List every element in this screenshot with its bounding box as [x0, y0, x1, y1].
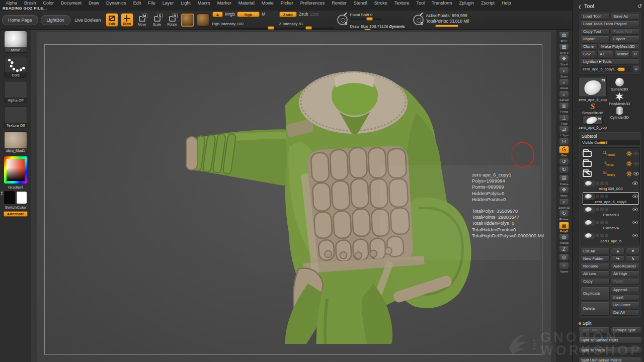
m-button[interactable]: M: [262, 12, 265, 17]
copy-tool-button[interactable]: Copy Tool: [581, 28, 610, 35]
subtool-folder-body[interactable]: 34body: [583, 169, 639, 178]
stroke-dial-icon[interactable]: S: [337, 15, 348, 25]
switch-color-button[interactable]: SwitchColor: [5, 205, 27, 210]
load-tools-from-project-button[interactable]: Load Tools From Project: [581, 21, 640, 27]
active-tool-thumbnail[interactable]: 79: [579, 77, 607, 97]
gear-icon[interactable]: [626, 169, 632, 178]
solo-button[interactable]: Z: [557, 245, 571, 253]
paste-button[interactable]: Paste: [611, 278, 640, 285]
points-dial-icon[interactable]: D: [413, 15, 424, 25]
gear-icon[interactable]: [626, 149, 632, 158]
focal-shift-slider[interactable]: Focal Shift 0: [350, 9, 411, 20]
material-thumbnail-selected[interactable]: [181, 14, 194, 27]
perspective-button[interactable]: ≣Persp: [557, 102, 571, 113]
slider-r-button[interactable]: R: [632, 66, 640, 72]
split-unmasked-points-button[interactable]: Split Unmasked Points: [579, 357, 642, 362]
zoom-magnifier-button[interactable]: ⌕Zoom: [557, 67, 571, 78]
delete-button[interactable]: Delete: [581, 302, 610, 316]
aahalf-button[interactable]: ⌕AAHalf: [557, 90, 571, 102]
menu-preferences[interactable]: Preferences: [297, 1, 329, 6]
subtool-item-extract10[interactable]: Extract10: [583, 205, 639, 218]
color-a-button[interactable]: A: [212, 12, 223, 17]
eye-visibility-icon[interactable]: [633, 152, 639, 155]
subtool-down-button[interactable]: ▼: [626, 248, 640, 254]
home-page-button[interactable]: Home Page: [2, 15, 38, 25]
lightbox-button[interactable]: LightBox: [41, 15, 70, 25]
xpose-button[interactable]: ⁘Xpose: [557, 262, 571, 273]
menu-color[interactable]: Color: [40, 1, 58, 6]
subtool-item-zero-ape-6-copy1[interactable]: zero_ape_6_copy1: [583, 192, 639, 205]
subtool-header[interactable]: Subtool: [581, 133, 640, 139]
edit-mode-button[interactable]: Edit: [106, 13, 118, 27]
history-redo-button[interactable]: ↻: [557, 166, 571, 173]
subtool-item-wing-009-003[interactable]: wing 009_003: [583, 179, 639, 192]
rotate-mode-button[interactable]: R Rotate: [166, 13, 179, 27]
menu-texture[interactable]: Texture: [391, 1, 413, 6]
tray-slot-texture-off[interactable]: Texture Off: [4, 106, 27, 128]
tray-slot-dots[interactable]: Dots: [4, 56, 27, 78]
sv-square[interactable]: [7, 159, 25, 181]
load-tool-button[interactable]: Load Tool: [581, 13, 610, 20]
transparency-button[interactable]: ◍Transp: [557, 233, 571, 244]
menu-draw[interactable]: Draw: [85, 1, 103, 6]
draw-mode-button[interactable]: Draw: [121, 13, 133, 27]
lightbox-tools-button[interactable]: Lightbox►Tools: [581, 58, 640, 65]
autoreorder-button[interactable]: AutoReorder: [611, 263, 640, 269]
fold-arrow-button-2[interactable]: ↳: [626, 255, 640, 262]
menu-light[interactable]: Light: [177, 1, 194, 6]
scale-mode-button[interactable]: S Scale: [151, 13, 164, 27]
actual-size-button[interactable]: ⌕Actual: [557, 78, 571, 89]
tray-resize-handle[interactable]: ▲▼: [0, 191, 4, 196]
menu-movie[interactable]: Movie: [258, 1, 277, 6]
menu-stencil[interactable]: Stencil: [350, 1, 371, 6]
move-hand-button[interactable]: ✥Move: [557, 186, 571, 197]
split-to-similar-parts-button[interactable]: Split To Similar Parts: [579, 337, 642, 343]
groups-split-button[interactable]: Groups Split: [611, 327, 642, 333]
cylinder3d-icon[interactable]: [616, 107, 623, 115]
polymesh3d-star-icon[interactable]: [615, 92, 624, 101]
eye-visibility-icon[interactable]: [633, 162, 639, 165]
color-picker[interactable]: [4, 156, 27, 184]
menu-tool[interactable]: Tool: [413, 1, 428, 6]
clone-button[interactable]: Clone: [581, 43, 598, 50]
menu-transform[interactable]: Transform: [428, 1, 456, 6]
main-color-swatch[interactable]: [4, 191, 15, 204]
visible-count-slider[interactable]: Visible Count 8: [581, 140, 640, 145]
panel-reset-icon[interactable]: ↺: [637, 3, 642, 10]
material-thumbnail[interactable]: [197, 14, 210, 27]
eye-visibility-icon[interactable]: [632, 182, 638, 185]
menu-zscript[interactable]: Zscript: [477, 1, 498, 6]
goz-button[interactable]: GGoz: [557, 146, 571, 157]
move-mode-button[interactable]: M Move: [136, 13, 148, 27]
subtool-folder-legs[interactable]: 6legs: [583, 159, 639, 168]
spotlight-button[interactable]: ◎: [557, 253, 571, 261]
menu-macro[interactable]: Macro: [194, 1, 214, 6]
save-as-button[interactable]: Save As: [611, 13, 640, 20]
floor-grid-button[interactable]: ⊥Floor: [557, 114, 571, 125]
append-button[interactable]: Append: [611, 287, 640, 293]
goz-button[interactable]: GoZ: [581, 51, 596, 57]
menu-stroke[interactable]: Stroke: [371, 1, 391, 6]
alternate-button[interactable]: Alternate: [4, 211, 28, 217]
del-other-button[interactable]: Del Other: [611, 302, 640, 308]
split-header[interactable]: Split: [583, 321, 592, 326]
local-symmetry-button[interactable]: ⇄L.Sym: [557, 126, 571, 137]
new-folder-button[interactable]: New Folder: [581, 255, 610, 262]
scroll-hand-button[interactable]: ✥Scroll: [557, 55, 571, 66]
list-all-button[interactable]: List All: [581, 248, 610, 254]
menu-render[interactable]: Render: [328, 1, 350, 6]
import-button[interactable]: Import: [581, 36, 610, 42]
menu-marker[interactable]: Marker: [214, 1, 235, 6]
zsub-button[interactable]: Zsub: [299, 12, 308, 17]
goz-visible-button[interactable]: Visible: [614, 51, 630, 57]
secondary-color-swatch[interactable]: [16, 191, 27, 204]
subtool-up-button[interactable]: ▲: [611, 248, 625, 254]
menu-file[interactable]: File: [144, 1, 159, 6]
frame-button[interactable]: ⊞Frame: [557, 174, 571, 186]
subtool-item-zero-ape-6[interactable]: ZerO_ape_6: [583, 231, 639, 244]
gradient-label[interactable]: Gradient: [8, 185, 24, 190]
panel-back-icon[interactable]: ‹: [579, 1, 581, 12]
goz-r-button[interactable]: R: [631, 51, 640, 57]
simplebrush-icon[interactable]: S: [591, 103, 595, 110]
menu-document[interactable]: Document: [57, 1, 85, 6]
